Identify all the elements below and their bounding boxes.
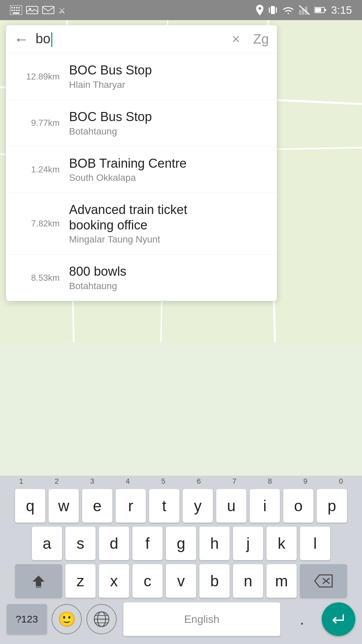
svg-rect-23 <box>315 8 321 12</box>
num-hint-row: 1 2 3 4 5 6 7 8 9 0 <box>0 476 362 487</box>
key-g[interactable]: g <box>166 527 196 560</box>
key-c[interactable]: c <box>132 564 163 598</box>
key-z[interactable]: z <box>65 564 96 598</box>
zg-toggle-button[interactable]: Zg <box>253 32 269 47</box>
backspace-icon <box>313 574 334 588</box>
svg-rect-1 <box>11 7 13 8</box>
shift-icon <box>31 574 46 588</box>
key-y[interactable]: y <box>183 489 213 523</box>
key-i[interactable]: i <box>250 489 280 523</box>
num-hint-5: 5 <box>147 477 179 486</box>
key-r[interactable]: r <box>116 489 146 523</box>
key-a[interactable]: a <box>32 527 62 560</box>
num-hint-4: 4 <box>112 477 144 486</box>
key-k[interactable]: k <box>266 527 297 560</box>
emoji-key[interactable]: 🙂 <box>52 604 82 634</box>
keyboard-row-2: a s d f g h j k l <box>0 525 362 562</box>
result-subtitle: Hlain Tharyar <box>69 79 267 90</box>
search-panel: ← bo × Zg 12.89km BOC Bus Stop Hlain Tha… <box>6 25 277 301</box>
result-info: Advanced train ticketbooking office Ming… <box>69 202 267 245</box>
result-subtitle: Botahtaung <box>69 281 267 291</box>
key-e[interactable]: e <box>82 489 112 523</box>
key-s[interactable]: s <box>65 527 96 560</box>
svg-rect-3 <box>16 7 17 8</box>
num-switch-key[interactable]: ?123 <box>7 604 47 634</box>
keyboard-row-1: q w e r t y u i o p <box>0 487 362 525</box>
svg-rect-18 <box>299 10 301 15</box>
result-distance: 1.24km <box>16 164 60 175</box>
result-info: BOB Training Centre South Okkalapa <box>69 156 267 183</box>
key-f[interactable]: f <box>132 527 163 560</box>
svg-rect-9 <box>13 12 19 14</box>
key-l[interactable]: l <box>300 527 330 560</box>
status-bar-left: ⚔ <box>10 5 72 15</box>
keyboard-icon <box>10 5 22 15</box>
result-item[interactable]: 8.53km 800 bowls Botahtaung <box>6 255 277 301</box>
result-name: BOC Bus Stop <box>69 63 267 78</box>
result-distance: 9.77km <box>16 118 60 128</box>
result-distance: 8.53km <box>16 273 60 283</box>
svg-point-14 <box>258 7 261 10</box>
num-hint-6: 6 <box>183 477 215 486</box>
result-subtitle: Botahtaung <box>69 126 267 137</box>
num-hint-7: 7 <box>218 477 250 486</box>
key-p[interactable]: p <box>317 489 347 523</box>
key-b[interactable]: b <box>199 564 230 598</box>
keyboard-row-3: z x c v b n m <box>0 562 362 600</box>
svg-rect-16 <box>269 7 270 13</box>
key-w[interactable]: w <box>49 489 79 523</box>
svg-rect-6 <box>14 10 15 11</box>
key-q[interactable]: q <box>15 489 45 523</box>
svg-rect-5 <box>11 10 13 11</box>
key-t[interactable]: t <box>149 489 179 523</box>
search-clear-button[interactable]: × <box>232 32 240 47</box>
key-x[interactable]: x <box>99 564 129 598</box>
key-u[interactable]: u <box>216 489 246 523</box>
result-name: 800 bowls <box>69 264 267 279</box>
search-input[interactable]: bo <box>36 31 225 47</box>
battery-icon <box>314 7 326 13</box>
svg-rect-4 <box>18 7 20 8</box>
result-name: BOC Bus Stop <box>69 109 267 125</box>
key-n[interactable]: n <box>233 564 263 598</box>
result-item[interactable]: 1.24km BOB Training Centre South Okkalap… <box>6 147 277 193</box>
location-icon <box>256 5 263 15</box>
photo-icon <box>26 5 38 15</box>
num-hint-8: 8 <box>254 477 286 486</box>
num-hint-9: 9 <box>289 477 321 486</box>
result-subtitle: South Okkalapa <box>69 172 267 183</box>
svg-rect-7 <box>16 10 17 11</box>
signal-icon <box>299 5 310 15</box>
key-j[interactable]: j <box>233 527 263 560</box>
enter-icon <box>330 612 347 626</box>
dot-key[interactable]: . <box>287 604 317 634</box>
result-name: BOB Training Centre <box>69 156 267 171</box>
space-key[interactable]: English <box>123 602 280 636</box>
svg-rect-8 <box>18 10 20 11</box>
num-hint-2: 2 <box>41 477 73 486</box>
backspace-key[interactable] <box>300 564 347 598</box>
key-m[interactable]: m <box>266 564 297 598</box>
key-o[interactable]: o <box>283 489 313 523</box>
back-button[interactable]: ← <box>14 32 29 47</box>
svg-text:⚔: ⚔ <box>58 6 66 15</box>
result-distance: 12.89km <box>16 71 60 82</box>
svg-rect-2 <box>14 7 15 8</box>
key-d[interactable]: d <box>99 527 129 560</box>
search-bar: ← bo × Zg <box>6 25 277 53</box>
svg-rect-17 <box>276 7 277 13</box>
svg-rect-15 <box>271 6 275 14</box>
result-info: BOC Bus Stop Botahtaung <box>69 109 267 137</box>
globe-icon <box>93 611 110 628</box>
result-distance: 7.82km <box>16 218 60 229</box>
enter-key[interactable] <box>322 602 355 636</box>
result-name-advanced-train: Advanced train ticketbooking office <box>69 202 267 233</box>
shift-key[interactable] <box>15 564 62 598</box>
result-item-advanced-train[interactable]: 7.82km Advanced train ticketbooking offi… <box>6 193 277 255</box>
key-v[interactable]: v <box>166 564 196 598</box>
result-info: BOC Bus Stop Hlain Tharyar <box>69 63 267 90</box>
key-h[interactable]: h <box>199 527 230 560</box>
result-item[interactable]: 12.89km BOC Bus Stop Hlain Tharyar <box>6 53 277 100</box>
result-item[interactable]: 9.77km BOC Bus Stop Botahtaung <box>6 100 277 147</box>
globe-key[interactable] <box>86 604 117 634</box>
